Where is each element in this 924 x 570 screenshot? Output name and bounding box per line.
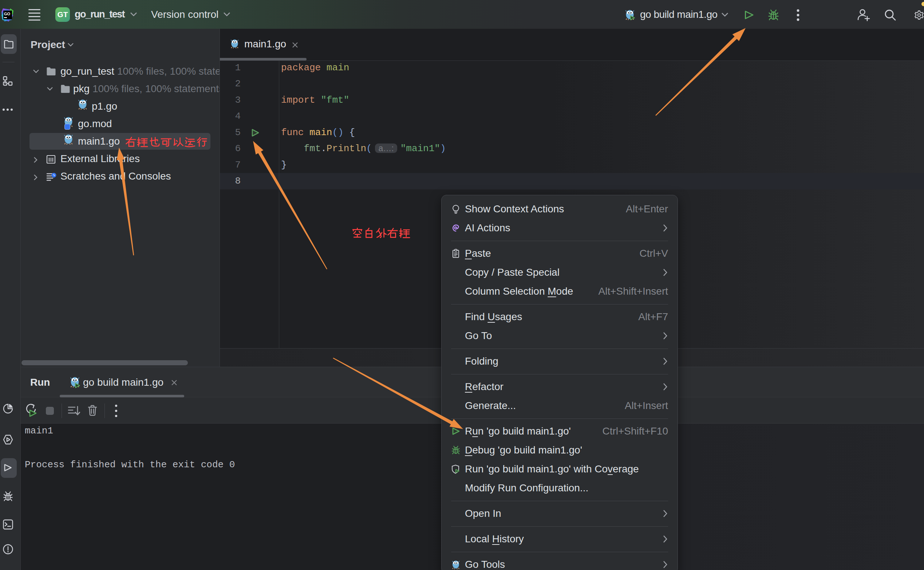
svg-text:GO: GO <box>4 12 11 16</box>
